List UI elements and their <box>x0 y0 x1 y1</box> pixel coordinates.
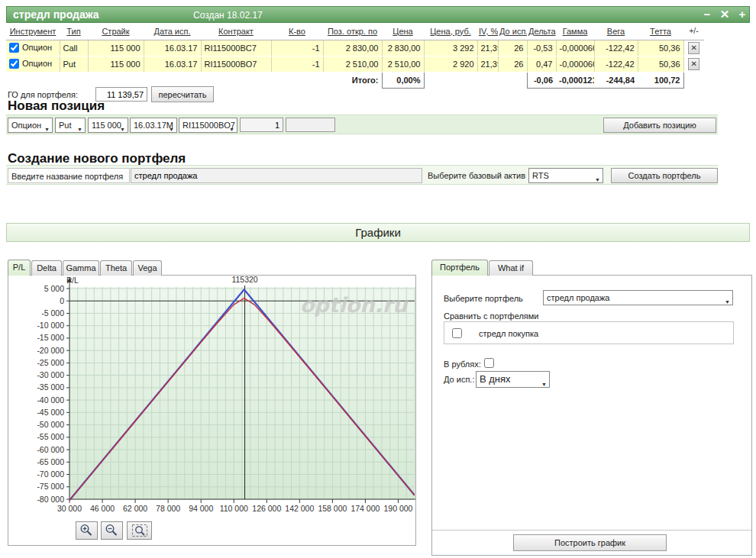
tab-delta[interactable]: Delta <box>31 260 62 276</box>
recalculate-button[interactable]: пересчитать <box>151 86 214 102</box>
new-position-heading: Новая позиция <box>8 98 105 114</box>
tab-gamma[interactable]: Gamma <box>63 260 99 276</box>
strike-select[interactable]: 115 000▼ <box>88 118 128 133</box>
svg-text:-50 000: -50 000 <box>37 420 64 429</box>
svg-text:-40 000: -40 000 <box>37 395 64 405</box>
col-header-days[interactable]: До исп. <box>498 23 527 40</box>
minimize-icon[interactable]: − <box>699 7 715 22</box>
build-chart-button[interactable]: Построить график <box>513 534 667 551</box>
base-asset-label: Выберите базовый актив <box>422 168 525 183</box>
svg-text:126 000: 126 000 <box>252 504 281 513</box>
page: стредл продажа Создан 18.02.17 − ✕ + Инс… <box>0 0 756 558</box>
y-axis-title: P/L <box>66 276 79 285</box>
portfolio-name-label: Введите название портфеля <box>8 168 130 183</box>
add-position-button[interactable]: Добавить позицию <box>603 118 716 133</box>
compare-portfolio-label: стредл покупка <box>479 329 538 338</box>
iv-cell: 21,39 <box>477 40 498 56</box>
col-header-qty[interactable]: К-во <box>271 23 323 40</box>
close-icon[interactable]: ✕ <box>717 7 732 22</box>
add-icon[interactable]: + <box>735 7 750 22</box>
col-header-expdate[interactable]: Дата исп. <box>144 23 201 40</box>
days-cell: 26 <box>498 40 527 56</box>
contract-select[interactable]: RI115000BO7▼ <box>179 118 237 133</box>
col-header-iv[interactable]: IV, % <box>477 23 498 40</box>
chevron-down-icon: ▼ <box>120 123 125 133</box>
portfolio-created-date: Создан 18.02.17 <box>193 10 263 21</box>
rubles-label: В рублях: <box>444 360 481 369</box>
svg-text:-35 000: -35 000 <box>37 382 64 392</box>
chevron-down-icon: ▼ <box>725 295 730 305</box>
portfolio-select[interactable]: стредл продажа▼ <box>543 290 733 305</box>
col-header-plusminus: +/- <box>683 23 704 40</box>
zoom-out-button[interactable] <box>101 521 123 540</box>
compare-portfolio-checkbox[interactable] <box>452 328 462 338</box>
svg-text:-45 000: -45 000 <box>37 408 64 417</box>
tab-theta[interactable]: Theta <box>100 260 132 276</box>
tab-whatif[interactable]: What if <box>489 260 533 276</box>
delta-cell: -0,53 <box>527 40 556 56</box>
col-header-price[interactable]: Цена <box>382 23 424 40</box>
theta-cell: 50,36 <box>638 56 683 72</box>
type-select[interactable]: Put▼ <box>55 118 86 133</box>
totals-delta: -0,06 <box>527 72 556 88</box>
vega-cell: -122,42 <box>594 56 638 72</box>
qty-input[interactable] <box>240 118 283 132</box>
open-at-cell[interactable]: 2 830,00 <box>323 40 382 56</box>
remove-row-icon[interactable]: ✕ <box>688 58 699 70</box>
col-header-price-rub[interactable]: Цена, руб. <box>424 23 477 40</box>
svg-text:-20 000: -20 000 <box>37 346 64 355</box>
zoom-select-button[interactable] <box>127 521 152 540</box>
remove-row-icon[interactable]: ✕ <box>688 42 699 54</box>
svg-text:78 000: 78 000 <box>156 504 180 513</box>
portfolio-title: стредл продажа <box>13 8 99 21</box>
price-rub-cell: 3 292 <box>424 40 477 56</box>
tab-vega[interactable]: Vega <box>133 260 162 276</box>
col-header-type[interactable]: Тип <box>60 23 88 40</box>
portfolio-settings-panel: Выберите портфель стредл продажа▼ Сравни… <box>431 275 752 556</box>
days-select[interactable]: В днях▼ <box>476 371 550 388</box>
zoom-in-icon <box>79 524 94 537</box>
open-at-cell[interactable]: 2 510,00 <box>323 56 382 72</box>
row-enabled-checkbox[interactable] <box>9 43 19 53</box>
qty-cell[interactable]: -1 <box>271 56 323 72</box>
col-header-open-at[interactable]: Поз. откр. по <box>323 23 382 40</box>
col-header-vega[interactable]: Вега <box>594 23 638 40</box>
theta-cell: 50,36 <box>638 40 683 56</box>
portfolio-window-header: стредл продажа Создан 18.02.17 − ✕ + <box>6 6 750 23</box>
watermark: option.ru <box>300 293 409 317</box>
totals-pct: 0,00% <box>382 72 424 88</box>
instrument-select[interactable]: Опцион▼ <box>8 118 53 133</box>
panel-footer: Построить график <box>432 530 751 556</box>
create-portfolio-button[interactable]: Создать портфель <box>611 168 718 183</box>
totals-vega: -244,84 <box>594 72 638 88</box>
svg-text:0: 0 <box>60 296 64 305</box>
instrument-label: Опцион <box>22 43 52 52</box>
qty-cell[interactable]: -1 <box>271 40 323 56</box>
totals-row: Итого: 0,00% -0,06 -0,000121 -244,84 100… <box>6 72 704 88</box>
strike-cell: 115 000 <box>88 56 144 72</box>
portfolio-name-input[interactable] <box>131 168 422 183</box>
rubles-checkbox[interactable] <box>484 358 494 368</box>
series-select[interactable]: 16.03.17M▼ <box>130 118 177 133</box>
zoom-in-button[interactable] <box>76 521 98 540</box>
col-header-contract[interactable]: Контракт <box>201 23 271 40</box>
row-enabled-checkbox[interactable] <box>9 59 19 69</box>
base-asset-select[interactable]: RTS▼ <box>528 168 603 183</box>
vega-cell: -122,42 <box>594 40 638 56</box>
chevron-down-icon: ▼ <box>595 173 600 183</box>
tab-portfolio[interactable]: Портфель <box>431 260 488 276</box>
chevron-down-icon: ▼ <box>44 123 50 133</box>
col-header-strike[interactable]: Страйк <box>88 23 144 40</box>
tab-pl[interactable]: P/L <box>8 260 31 276</box>
col-header-gamma[interactable]: Гамма <box>556 23 594 40</box>
svg-text:142 000: 142 000 <box>285 504 314 513</box>
price-input[interactable] <box>286 118 335 132</box>
chevron-down-icon: ▼ <box>77 123 82 133</box>
table-header-row: Инструмент Тип Страйк Дата исп. Контракт… <box>6 23 704 40</box>
col-header-instrument[interactable]: Инструмент <box>6 23 60 40</box>
compare-portfolios-box: стредл покупка <box>444 321 734 344</box>
gamma-cell: -0,000060 <box>556 40 594 56</box>
svg-text:-75 000: -75 000 <box>37 482 64 491</box>
col-header-theta[interactable]: Тетта <box>638 23 683 40</box>
col-header-delta[interactable]: Дельта <box>527 23 556 40</box>
